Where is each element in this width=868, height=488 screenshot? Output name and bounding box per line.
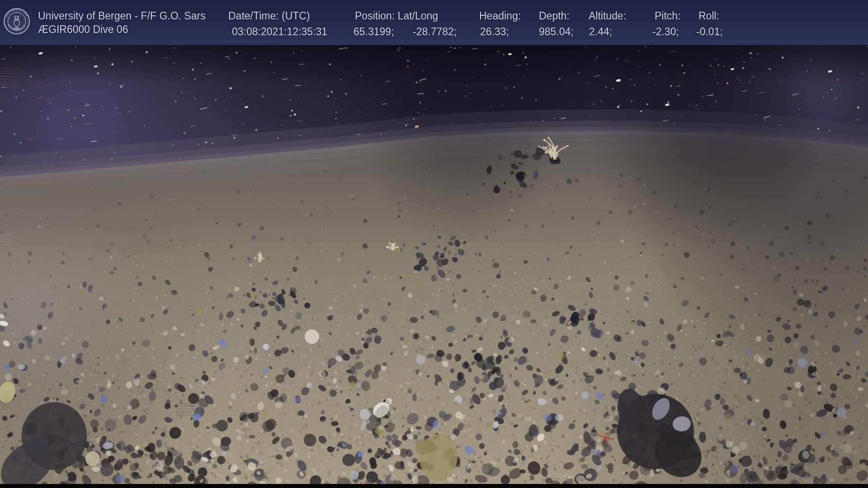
heading-label: Heading:: [479, 9, 521, 23]
telemetry-roll: Roll: -0.01;: [698, 9, 723, 38]
vessel-title-block: University of Bergen - F/F G.O. Sars ÆGI…: [38, 9, 206, 36]
university-of-bergen-logo: UNIVERSITAS BERGENSIS: [3, 8, 30, 35]
position-label: Position: Lat/Long: [355, 9, 457, 23]
telemetry-heading: Heading: 26.33;: [479, 9, 521, 38]
altitude-label: Altitude:: [589, 9, 626, 23]
dive-identifier: ÆGIR6000 Dive 06: [38, 23, 206, 36]
seafloor-scene: [0, 0, 868, 488]
rov-video-frame: UNIVERSITAS BERGENSIS University of Berg…: [0, 0, 868, 488]
telemetry-pitch: Pitch: -2.30;: [655, 9, 681, 38]
university-seal-icon: UNIVERSITAS BERGENSIS: [3, 8, 30, 35]
depth-label: Depth:: [539, 9, 574, 23]
telemetry-datetime: Date/Time: (UTC) 03:08:2021:12:35:31: [228, 9, 327, 38]
telemetry-position: Position: Lat/Long 65.3199;-28.7782;: [355, 9, 457, 38]
letterbox-bottom: [0, 484, 868, 488]
organization-name: University of Bergen - F/F G.O. Sars: [38, 9, 206, 23]
depth-value: 985.04;: [539, 25, 574, 38]
pitch-label: Pitch:: [655, 9, 681, 23]
telemetry-bar: UNIVERSITAS BERGENSIS University of Berg…: [0, 0, 868, 45]
heading-value: 26.33;: [480, 25, 521, 38]
datetime-label: Date/Time: (UTC): [228, 9, 327, 23]
datetime-value: 03:08:2021:12:35:31: [232, 25, 327, 38]
altitude-value: 2.44;: [589, 25, 626, 38]
pitch-value: -2.30;: [652, 25, 681, 38]
roll-label: Roll:: [698, 9, 723, 23]
position-values: 65.3199;-28.7782;: [354, 25, 457, 38]
telemetry-altitude: Altitude: 2.44;: [589, 9, 626, 38]
roll-value: -0.01;: [696, 25, 723, 38]
longitude-value: -28.7782;: [413, 26, 457, 38]
telemetry-depth: Depth: 985.04;: [539, 9, 574, 38]
latitude-value: 65.3199;: [354, 25, 413, 38]
